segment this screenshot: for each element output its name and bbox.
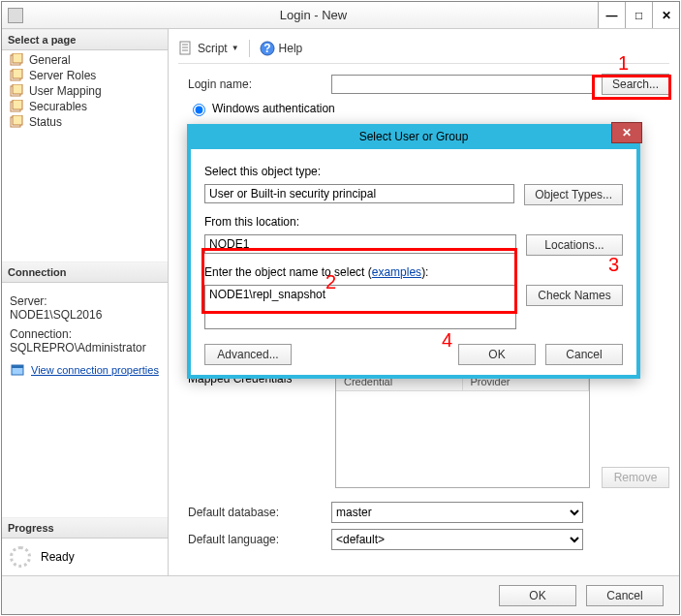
page-icon [10,53,23,67]
select-page-header: Select a page [2,29,168,50]
page-icon [10,115,23,129]
object-names-label: Enter the object name to select [204,265,368,279]
dialog-cancel-button[interactable]: Cancel [545,344,623,365]
toolbar: Script ▼ ? Help [178,37,669,64]
script-button[interactable]: Script [198,42,228,55]
windows-auth-label: Windows authentication [212,102,335,115]
svg-rect-1 [13,53,22,63]
page-general[interactable]: General [2,52,168,68]
page-label: Server Roles [29,69,96,82]
cancel-button[interactable]: Cancel [586,585,664,606]
ok-button[interactable]: OK [499,585,576,606]
progress-spinner-icon [10,546,31,568]
page-list: General Server Roles User Mapping Secura… [2,50,168,132]
page-icon [10,100,23,113]
maximize-button[interactable]: □ [625,2,652,28]
check-names-button[interactable]: Check Names [526,285,623,306]
page-icon [10,84,23,98]
connection-label: Connection: [10,327,160,341]
server-label: Server: [10,294,160,308]
window-title: Login - New [29,8,598,22]
svg-rect-9 [13,115,22,125]
svg-rect-11 [12,365,23,368]
svg-rect-5 [13,84,22,94]
page-label: User Mapping [29,84,102,98]
remove-button: Remove [602,467,669,488]
dialog-title: Select User or Group ✕ [189,126,638,149]
connection-value: SQLREPRO\Administrator [10,341,160,354]
page-icon [10,69,23,82]
bottom-bar: OK Cancel [2,575,679,614]
page-label: General [29,53,71,67]
object-names-input[interactable]: NODE1\repl_snapshot [204,285,516,329]
properties-icon [10,362,25,378]
svg-rect-7 [13,100,22,109]
titlebar: Login - New — □ ✕ [2,2,679,29]
page-user-mapping[interactable]: User Mapping [2,83,168,99]
progress-status: Ready [41,550,75,564]
object-type-field [204,184,514,203]
mapped-credentials-list[interactable]: Credential Provider [335,372,590,488]
default-language-label: Default language: [178,533,324,546]
default-database-label: Default database: [178,506,324,519]
script-icon [178,41,194,56]
minimize-button[interactable]: — [598,2,625,28]
app-icon [8,8,23,23]
svg-text:?: ? [263,42,270,55]
location-field [204,234,516,254]
windows-auth-radio[interactable] [193,104,205,116]
connection-info: Server: NODE1\SQL2016 Connection: SQLREP… [2,283,168,360]
help-button[interactable]: Help [279,42,303,55]
page-securables[interactable]: Securables [2,99,168,114]
dialog-close-button[interactable]: ✕ [611,122,642,143]
locations-button[interactable]: Locations... [526,234,623,256]
server-value: NODE1\SQL2016 [10,308,160,322]
page-label: Status [29,115,62,129]
login-name-input[interactable] [331,75,594,94]
svg-rect-3 [13,69,22,78]
progress-header: Progress [2,517,168,539]
view-connection-properties-link[interactable]: View connection properties [31,364,159,376]
dialog-ok-button[interactable]: OK [458,344,536,365]
script-dropdown-icon[interactable]: ▼ [232,44,239,52]
object-types-button[interactable]: Object Types... [524,184,623,205]
default-database-select[interactable]: master [331,502,583,523]
examples-link[interactable]: examples [372,265,421,279]
page-status[interactable]: Status [2,114,168,130]
select-user-dialog: Select User or Group ✕ Select this objec… [187,124,640,379]
close-button[interactable]: ✕ [652,2,679,28]
default-language-select[interactable]: <default> [331,529,583,550]
search-button[interactable]: Search... [602,74,669,95]
page-label: Securables [29,100,87,113]
mapped-credentials-label: Mapped Credentials [188,372,324,488]
advanced-button[interactable]: Advanced... [204,344,292,365]
connection-header: Connection [2,262,168,283]
object-type-label: Select this object type: [204,165,623,178]
page-server-roles[interactable]: Server Roles [2,68,168,83]
sidebar: Select a page General Server Roles User … [2,29,169,575]
login-name-label: Login name: [178,77,324,91]
help-icon: ? [260,41,275,56]
location-label: From this location: [204,215,623,229]
